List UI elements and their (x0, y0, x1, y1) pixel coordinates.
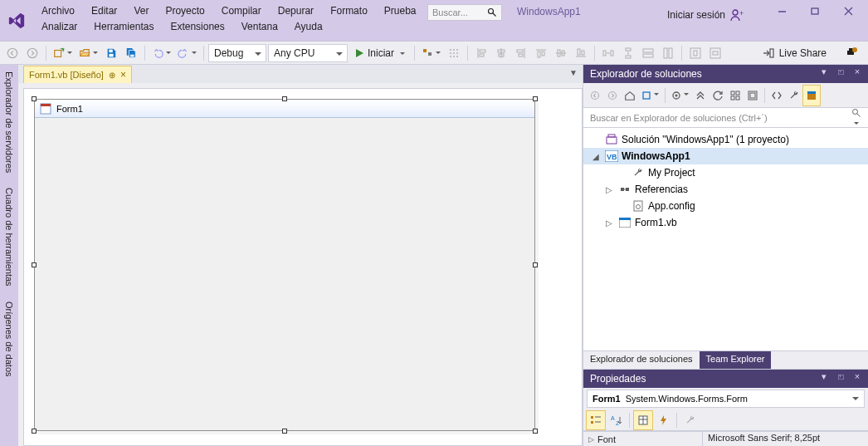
undo-button[interactable] (149, 44, 173, 62)
menu-ventana[interactable]: Ventana (233, 19, 286, 35)
tree-project-node[interactable]: ◢ VB WindowsApp1 (583, 148, 868, 164)
svg-rect-36 (538, 51, 540, 57)
panel-close-icon[interactable]: × (850, 371, 865, 382)
save-all-button[interactable] (122, 44, 140, 62)
redo-button[interactable] (175, 44, 199, 62)
tree-form1-node[interactable]: ▷ Form1.vb (583, 214, 868, 231)
design-surface[interactable]: Form1 (23, 88, 583, 446)
align-bottom-button[interactable] (572, 44, 590, 62)
properties-row[interactable]: ▷Font Microsoft Sans Serif; 8,25pt (583, 431, 868, 446)
svg-rect-16 (428, 52, 432, 56)
size-height-button[interactable] (659, 44, 677, 62)
center-h-form-button[interactable] (686, 44, 705, 62)
se-scope-button[interactable] (639, 86, 661, 105)
se-view-button[interactable] (803, 86, 820, 105)
prop-categorized-button[interactable] (587, 411, 605, 429)
new-project-button[interactable]: ✶ (51, 44, 75, 62)
se-back-button[interactable] (587, 86, 603, 105)
expander-icon[interactable]: ▷ (603, 218, 615, 228)
se-search-box[interactable]: Buscar en Explorador de soluciones (Ctrl… (583, 108, 868, 128)
tree-myproject-node[interactable]: My Project (583, 164, 868, 181)
rail-tab-data-sources[interactable]: Orígenes de datos (2, 295, 16, 384)
menu-editar[interactable]: Editar (83, 3, 125, 19)
menu-ayuda[interactable]: Ayuda (286, 19, 331, 35)
notifications-icon[interactable] (845, 47, 858, 60)
se-code-button[interactable] (768, 86, 785, 105)
prop-value[interactable]: Microsoft Sans Serif; 8,25pt (703, 432, 868, 446)
pin-icon[interactable]: ⊕ (109, 71, 115, 80)
se-forward-button[interactable] (604, 86, 621, 105)
doc-tab-form1-design[interactable]: Form1.vb [Diseño] ⊕ × (23, 66, 132, 83)
prop-properties-button[interactable] (634, 411, 652, 429)
tree-solution-node[interactable]: Solución "WindowsApp1" (1 proyecto) (583, 131, 868, 148)
align-grid-button[interactable] (445, 44, 463, 62)
window-minimize[interactable] (765, 2, 798, 20)
tab-team-explorer[interactable]: Team Explorer (700, 351, 772, 369)
se-preview-button[interactable] (744, 86, 761, 105)
panel-pin-icon[interactable]: ⏍ (833, 66, 848, 77)
vspace-equal-button[interactable] (619, 44, 637, 62)
layout-align-button[interactable] (419, 44, 443, 62)
menu-archivo[interactable]: Archivo (33, 3, 83, 19)
prop-events-button[interactable] (654, 411, 672, 429)
open-file-button[interactable] (76, 44, 100, 62)
panel-close-icon[interactable]: × (850, 66, 865, 77)
menu-prueba[interactable]: Prueba (376, 3, 425, 19)
menu-herramientas[interactable]: Herramientas (85, 19, 162, 35)
panel-menu-icon[interactable]: ▾ (817, 371, 831, 382)
nav-back-button[interactable] (3, 44, 22, 62)
align-center-h-button[interactable] (492, 44, 510, 62)
menu-compilar[interactable]: Compilar (213, 3, 270, 19)
size-width-button[interactable] (639, 44, 657, 62)
rail-tab-toolbox[interactable]: Cuadro de herramientas (2, 181, 16, 293)
se-collapse-button[interactable] (692, 86, 709, 105)
tree-references-node[interactable]: ▷ Referencias (583, 181, 868, 198)
solution-explorer-header[interactable]: Explorador de soluciones ▾ ⏍ × (583, 65, 868, 83)
hspace-equal-button[interactable] (599, 44, 617, 62)
nav-forward-button[interactable] (23, 44, 41, 62)
save-button[interactable] (102, 44, 120, 62)
align-top-button[interactable] (532, 44, 550, 62)
align-right-button[interactable] (512, 44, 530, 62)
se-properties-button[interactable] (786, 86, 802, 105)
expander-icon[interactable]: ◢ (590, 152, 602, 161)
title-search-box[interactable]: Buscar... (427, 4, 502, 21)
form-window[interactable]: Form1 (34, 99, 535, 431)
expander-icon[interactable]: ▷ (603, 185, 615, 194)
panel-pin-icon[interactable]: ⏍ (833, 371, 848, 382)
se-sync-button[interactable] (669, 86, 691, 105)
se-home-button[interactable] (622, 86, 638, 105)
prop-property-pages-button[interactable] (681, 411, 700, 429)
align-left-button[interactable] (472, 44, 490, 62)
menu-formato[interactable]: Formato (322, 3, 376, 19)
svg-rect-68 (736, 91, 739, 95)
form-canvas[interactable] (35, 118, 534, 430)
rail-tab-server-explorer[interactable]: Explorador de servidores (2, 65, 16, 179)
prop-alphabetical-button[interactable]: AZ (607, 411, 625, 429)
properties-object-selector[interactable]: Form1 System.Windows.Forms.Form (587, 390, 865, 408)
tree-appconfig-node[interactable]: App.config (583, 198, 868, 214)
properties-header[interactable]: Propiedades ▾ ⏍ × (583, 370, 868, 388)
liveshare-label[interactable]: Live Share (779, 47, 827, 59)
menu-ver[interactable]: Ver (125, 3, 157, 19)
menu-depurar[interactable]: Depurar (270, 3, 322, 19)
menu-analizar[interactable]: Analizar (33, 19, 85, 35)
center-v-form-button[interactable] (706, 44, 724, 62)
doc-tab-dropdown[interactable]: ▼ (569, 68, 578, 77)
window-close[interactable] (831, 2, 865, 20)
panel-menu-icon[interactable]: ▾ (817, 66, 831, 77)
se-showall-button[interactable] (727, 86, 744, 105)
se-refresh-button[interactable] (710, 86, 726, 105)
svg-point-18 (453, 49, 455, 51)
window-restore[interactable] (798, 2, 831, 20)
signin-button[interactable]: Iniciar sesión + (667, 8, 744, 22)
close-icon[interactable]: × (120, 69, 126, 81)
tab-solution-explorer[interactable]: Explorador de soluciones (583, 351, 700, 369)
platform-dropdown[interactable]: Any CPU (268, 44, 348, 62)
config-dropdown[interactable]: Debug (208, 44, 266, 62)
start-debug-button[interactable]: Iniciar (349, 44, 410, 62)
menu-proyecto[interactable]: Proyecto (157, 3, 212, 19)
se-tree[interactable]: Solución "WindowsApp1" (1 proyecto) ◢ VB… (583, 128, 868, 350)
menu-extensiones[interactable]: Extensiones (162, 19, 232, 35)
align-middle-button[interactable] (552, 44, 570, 62)
